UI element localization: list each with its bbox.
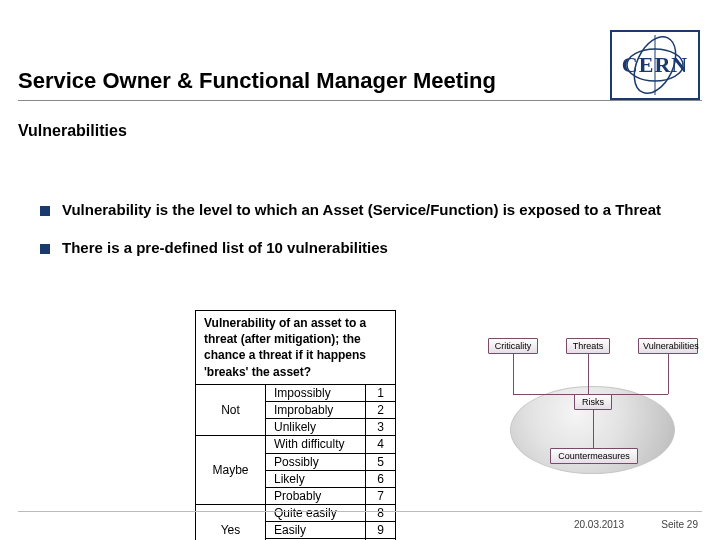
diagram-box-criticality: Criticality bbox=[488, 338, 538, 354]
connector-line bbox=[593, 410, 594, 448]
list-item: There is a pre-defined list of 10 vulner… bbox=[40, 238, 680, 258]
slide-title: Service Owner & Functional Manager Meeti… bbox=[18, 68, 496, 94]
cell: Improbably bbox=[266, 401, 366, 418]
cell: 9 bbox=[366, 522, 396, 539]
cell: 1 bbox=[366, 384, 396, 401]
list-item: Vulnerability is the level to which an A… bbox=[40, 200, 680, 220]
slide-subtitle: Vulnerabilities bbox=[18, 122, 127, 140]
connector-line bbox=[513, 394, 575, 395]
logo-rings-icon bbox=[610, 30, 700, 100]
cell: 3 bbox=[366, 419, 396, 436]
bullet-text: Vulnerability is the level to which an A… bbox=[62, 200, 661, 220]
cell: Probably bbox=[266, 487, 366, 504]
bullet-list: Vulnerability is the level to which an A… bbox=[40, 200, 680, 277]
footer-divider bbox=[18, 511, 702, 512]
cell: Likely bbox=[266, 470, 366, 487]
bullet-icon bbox=[40, 244, 50, 254]
group-label: Maybe bbox=[196, 436, 266, 505]
diagram-box-vulnerabilities: Vulnerabilities bbox=[638, 338, 698, 354]
diagram-box-risks: Risks bbox=[574, 394, 612, 410]
cell: 8 bbox=[366, 505, 396, 522]
vulnerability-table: Vulnerability of an asset to a threat (a… bbox=[195, 310, 396, 540]
bullet-text: There is a pre-defined list of 10 vulner… bbox=[62, 238, 388, 258]
cern-logo: CERN bbox=[610, 30, 700, 100]
cell: Unlikely bbox=[266, 419, 366, 436]
cell: With difficulty bbox=[266, 436, 366, 453]
diagram-box-threats: Threats bbox=[566, 338, 610, 354]
cell: 2 bbox=[366, 401, 396, 418]
cell: Impossibly bbox=[266, 384, 366, 401]
group-label: Not bbox=[196, 384, 266, 436]
footer-date: 20.03.2013 bbox=[574, 519, 624, 530]
bullet-icon bbox=[40, 206, 50, 216]
table-header: Vulnerability of an asset to a threat (a… bbox=[196, 311, 396, 385]
diagram-box-countermeasures: Countermeasures bbox=[550, 448, 638, 464]
cell: Quite easily bbox=[266, 505, 366, 522]
cell: 5 bbox=[366, 453, 396, 470]
slide: CERN Service Owner & Functional Manager … bbox=[0, 0, 720, 540]
connector-line bbox=[668, 354, 669, 394]
risk-diagram: Criticality Threats Vulnerabilities Risk… bbox=[480, 338, 700, 478]
cell: Easily bbox=[266, 522, 366, 539]
connector-line bbox=[513, 354, 514, 394]
cell: 6 bbox=[366, 470, 396, 487]
group-label: Yes bbox=[196, 505, 266, 540]
connector-line bbox=[610, 394, 668, 395]
cell: 7 bbox=[366, 487, 396, 504]
cell: 4 bbox=[366, 436, 396, 453]
footer-page: Seite 29 bbox=[661, 519, 698, 530]
title-divider bbox=[18, 100, 702, 101]
cell: Possibly bbox=[266, 453, 366, 470]
connector-line bbox=[588, 354, 589, 394]
